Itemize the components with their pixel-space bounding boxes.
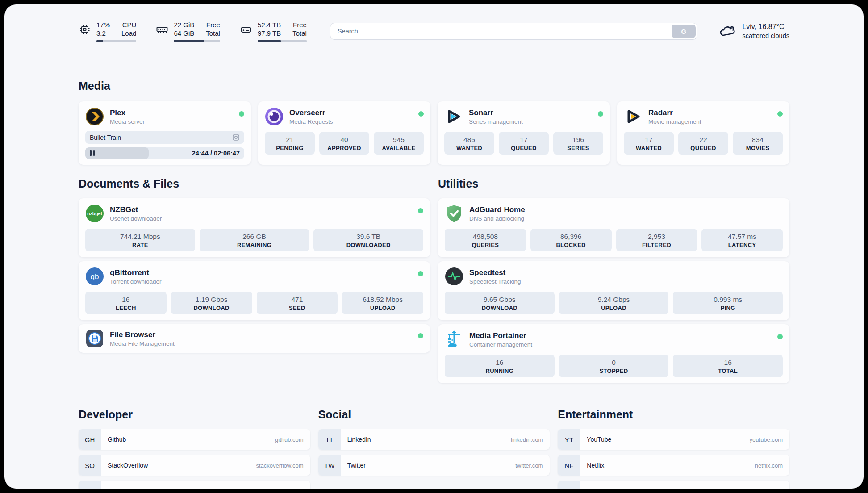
stat-leech: 16 LEECH — [85, 292, 167, 314]
status-dot — [239, 111, 244, 117]
bookmark-twitter[interactable]: TW Twitter twitter.com — [318, 455, 550, 476]
bookmark-url: youtube.com — [750, 436, 783, 443]
bookmark-github[interactable]: GH Github github.com — [79, 429, 310, 450]
dashboard-screen: 17% CPU 3.2 Load 22 GiB Free 64 GiB — [4, 4, 864, 489]
status-dot — [418, 111, 424, 117]
filebrowser-icon — [85, 329, 104, 348]
bookmark-linkedin[interactable]: LI LinkedIn linkedin.com — [318, 429, 550, 450]
stat-total: 16 TOTAL — [673, 355, 783, 377]
bookmark-name: Reddit — [587, 488, 605, 489]
bookmark-dev[interactable]: DT DEV dev.to — [79, 481, 310, 489]
utilities-column: Utilities AdGuard Home DNS and adb — [438, 177, 789, 383]
disk-label2: Total — [292, 29, 307, 38]
bookmark-abbr: GH — [79, 429, 101, 450]
search-input[interactable] — [330, 23, 698, 40]
app-name: Sonarr — [469, 108, 592, 117]
weather-condition: scattered clouds — [742, 31, 789, 41]
bookmark-abbr: TW — [318, 455, 341, 476]
app-desc: Movie management — [648, 118, 772, 125]
bookmark-reddit[interactable]: RE Reddit reddit.com — [558, 481, 789, 489]
app-card-speedtest[interactable]: Speedtest Speedtest Tracking 9.65 Gbps D… — [438, 261, 789, 320]
app-desc: Container management — [469, 341, 772, 348]
cloud-icon — [718, 22, 736, 40]
app-name: AdGuard Home — [469, 205, 783, 214]
stat-series: 196 SERIES — [553, 132, 603, 155]
app-card-filebrowser[interactable]: File Browser Media File Management — [79, 324, 430, 353]
stat-downloaded: 39.6 TB DOWNLOADED — [313, 229, 423, 251]
bookmark-name: Github — [108, 436, 126, 443]
app-name: Plex — [110, 108, 233, 117]
pause-icon — [90, 150, 95, 156]
section-title-entertainment: Entertainment — [558, 408, 789, 421]
stat-download: 1.19 Gbps DOWNLOAD — [171, 292, 252, 314]
bookmark-name: DEV — [108, 488, 121, 489]
bookmark-url: reddit.com — [755, 488, 783, 489]
app-card-nzbget[interactable]: nzbget NZBGet Usenet downloader 744.21 M… — [79, 198, 430, 257]
stat-filtered: 2,953 FILTERED — [616, 229, 697, 251]
stat-stopped: 0 STOPPED — [559, 355, 669, 377]
status-dot — [777, 334, 783, 339]
search-engine-button[interactable]: G — [672, 25, 696, 38]
bookmark-url: twitter.com — [515, 462, 543, 469]
app-name: Media Portainer — [469, 331, 772, 340]
disk-label1: Free — [292, 21, 307, 29]
memory-sub: 64 GiB — [174, 29, 194, 38]
radarr-icon — [624, 107, 643, 126]
cpu-sub: 3.2 — [96, 29, 110, 38]
app-card-portainer[interactable]: Media Portainer Container management 16 … — [438, 324, 789, 383]
now-playing-title: Bullet Train — [90, 134, 121, 141]
stat-rate: 744.21 Mbps RATE — [85, 229, 195, 251]
stat-wanted: 485 WANTED — [444, 132, 494, 155]
app-card-overseerr[interactable]: Overseerr Media Requests 21 PENDING 40 A… — [258, 101, 430, 165]
bookmark-netflix[interactable]: NF Netflix netflix.com — [558, 455, 789, 476]
app-name: Overseerr — [289, 108, 413, 117]
cpu-label2: Load — [121, 29, 136, 38]
app-card-sonarr[interactable]: Sonarr Series management 485 WANTED 17 Q… — [438, 101, 610, 165]
section-title-utilities: Utilities — [438, 177, 789, 190]
disk-progress-fill — [258, 40, 281, 42]
status-dot — [418, 208, 423, 213]
stat-latency: 47.57 ms LATENCY — [701, 229, 783, 251]
bookmark-url: linkedin.com — [511, 436, 543, 443]
app-desc: Media server — [110, 118, 233, 125]
weather-widget: Lviv, 16.87°C scattered clouds — [718, 22, 789, 41]
bookmark-stackoverflow[interactable]: SO StackOverflow stackoverflow.com — [79, 455, 310, 476]
memory-widget: 22 GiB Free 64 GiB Total — [156, 21, 220, 42]
bookmark-youtube[interactable]: YT YouTube youtube.com — [558, 429, 789, 450]
disk-sub: 97.9 TB — [258, 29, 281, 38]
app-card-plex[interactable]: Plex Media server Bullet Train 24:44 / 0… — [79, 101, 251, 165]
memory-progress-track — [174, 40, 220, 42]
status-dot — [418, 271, 423, 276]
stat-available: 945 AVAILABLE — [374, 132, 424, 155]
stat-ping: 0.993 ms PING — [673, 292, 783, 314]
memory-value: 22 GiB — [174, 21, 194, 29]
playback-progress-fill — [85, 147, 149, 159]
stat-blocked: 86,396 BLOCKED — [530, 229, 612, 251]
app-name: Speedtest — [469, 268, 783, 277]
bookmark-name: LinkedIn — [347, 436, 371, 443]
app-card-adguard[interactable]: AdGuard Home DNS and adblocking 498,508 … — [438, 198, 789, 257]
bookmark-url: stackoverflow.com — [256, 462, 303, 469]
app-card-qbittorrent[interactable]: qb qBittorrent Torrent downloader 16 LEE… — [79, 261, 430, 320]
stat-download: 9.65 Gbps DOWNLOAD — [445, 292, 555, 314]
memory-label1: Free — [206, 21, 220, 29]
bookmark-name: Twitter — [347, 462, 366, 469]
bookmark-name: Netflix — [587, 462, 604, 469]
portainer-icon — [445, 330, 463, 349]
cpu-icon — [79, 23, 91, 36]
bookmark-abbr: LI — [318, 429, 341, 450]
cpu-progress-track — [96, 40, 136, 42]
section-title-documents: Documents & Files — [79, 177, 430, 190]
stat-pending: 21 PENDING — [265, 132, 315, 155]
stat-approved: 40 APPROVED — [319, 132, 369, 155]
stat-queued: 22 QUEUED — [678, 132, 728, 155]
app-card-radarr[interactable]: Radarr Movie management 17 WANTED 22 QUE… — [617, 101, 789, 165]
now-playing-row: Bullet Train — [85, 131, 244, 144]
app-name: qBittorrent — [110, 268, 412, 277]
status-dot — [598, 111, 603, 117]
media-type-icon — [232, 134, 240, 141]
app-desc: Usenet downloader — [110, 215, 412, 222]
stat-seed: 471 SEED — [257, 292, 338, 314]
playback-progress: 24:44 / 02:06:47 — [85, 147, 244, 159]
stat-upload: 618.52 Mbps UPLOAD — [342, 292, 423, 314]
